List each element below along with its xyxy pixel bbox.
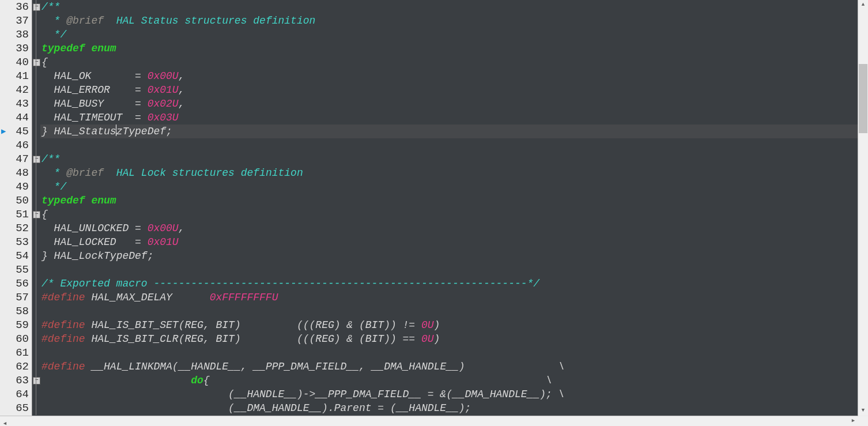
vertical-scroll-thumb[interactable] <box>859 64 867 133</box>
code-line[interactable]: HAL_UNLOCKED = 0x00U, <box>40 221 868 235</box>
scroll-down-button[interactable]: ▼ <box>858 406 868 416</box>
fold-toggle-icon[interactable]: − <box>33 156 40 163</box>
code-line[interactable]: /** <box>40 152 868 166</box>
vertical-scroll-track[interactable] <box>858 10 868 406</box>
line-number: 62 <box>10 360 29 374</box>
text-caret <box>116 125 116 136</box>
code-line[interactable]: { <box>40 208 868 221</box>
code-line[interactable]: (__HANDLE__)->__PPP_DMA_FIELD__ = &(__DM… <box>40 387 868 401</box>
code-line[interactable]: #define HAL_IS_BIT_CLR(REG, BIT) (((REG)… <box>40 332 868 346</box>
scroll-up-button[interactable]: ▲ <box>858 0 868 10</box>
line-number: 42 <box>10 83 29 97</box>
vertical-scrollbar[interactable]: ▲ ▼ <box>858 0 868 416</box>
code-line[interactable]: { <box>40 55 868 69</box>
code-line[interactable]: HAL_BUSY = 0x02U, <box>40 97 868 111</box>
line-number: 50 <box>10 194 29 208</box>
line-number: 53 <box>10 235 29 249</box>
code-line[interactable] <box>40 138 868 152</box>
line-number: 41 <box>10 69 29 83</box>
line-number: 49 <box>10 180 29 194</box>
code-line[interactable]: } HAL_LockTypeDef; <box>40 249 868 263</box>
code-line[interactable]: /** <box>40 0 868 14</box>
line-number: 44 <box>10 111 29 125</box>
fold-toggle-icon[interactable]: − <box>33 377 40 384</box>
marker-gutter: ▶ <box>0 0 10 416</box>
line-number: 56 <box>10 277 29 291</box>
code-line[interactable]: * @brief HAL Status structures definitio… <box>40 14 868 28</box>
code-line[interactable]: typedef enum <box>40 42 868 55</box>
code-line[interactable]: /* Exported macro ----------------------… <box>40 277 868 291</box>
line-number: 47 <box>10 152 29 166</box>
line-number: 46 <box>10 138 29 152</box>
fold-toggle-icon[interactable]: − <box>33 59 40 66</box>
fold-toggle-icon[interactable]: − <box>33 211 40 218</box>
line-number: 59 <box>10 318 29 332</box>
line-number: 60 <box>10 332 29 346</box>
code-line[interactable] <box>40 304 868 318</box>
line-number: 55 <box>10 263 29 277</box>
code-line[interactable]: */ <box>40 180 868 194</box>
line-number: 37 <box>10 14 29 28</box>
line-number: 48 <box>10 166 29 180</box>
fold-gutter: −−−−− <box>32 0 40 416</box>
scrollbar-corner <box>858 416 868 426</box>
code-line[interactable] <box>40 263 868 277</box>
code-line[interactable]: #define HAL_MAX_DELAY 0xFFFFFFFFU <box>40 291 868 304</box>
code-line[interactable]: HAL_OK = 0x00U, <box>40 69 868 83</box>
line-number: 64 <box>10 387 29 401</box>
code-line[interactable]: * @brief HAL Lock structures definition <box>40 166 868 180</box>
code-line[interactable]: typedef enum <box>40 194 868 208</box>
code-line[interactable]: HAL_TIMEOUT = 0x03U <box>40 111 868 125</box>
line-number: 45 <box>10 125 29 138</box>
code-line[interactable]: do{ \ <box>40 374 868 387</box>
scroll-left-button[interactable]: ◀ <box>0 419 10 426</box>
line-number: 39 <box>10 42 29 55</box>
code-line[interactable]: #define HAL_IS_BIT_SET(REG, BIT) (((REG)… <box>40 318 868 332</box>
code-line[interactable] <box>40 346 868 360</box>
line-number: 54 <box>10 249 29 263</box>
line-number: 57 <box>10 291 29 304</box>
line-number: 65 <box>10 401 29 415</box>
code-line[interactable]: (__DMA_HANDLE__).Parent = (__HANDLE__); <box>40 401 868 415</box>
code-text-area[interactable]: /** * @brief HAL Status structures defin… <box>40 0 868 416</box>
code-editor: ▶ 36373839404142434445464748495051525354… <box>0 0 868 416</box>
horizontal-scrollbar[interactable]: ◀ ▶ <box>0 416 858 426</box>
fold-toggle-icon[interactable]: − <box>33 3 40 11</box>
line-number-gutter: 3637383940414243444546474849505152535455… <box>10 0 32 416</box>
line-number: 61 <box>10 346 29 360</box>
line-number: 52 <box>10 221 29 235</box>
code-line[interactable]: HAL_ERROR = 0x01U, <box>40 83 868 97</box>
scroll-right-button[interactable]: ▶ <box>848 416 858 426</box>
code-line[interactable]: } HAL_StatuszTypeDef; <box>40 125 868 138</box>
code-line[interactable]: HAL_LOCKED = 0x01U <box>40 235 868 249</box>
execution-arrow-icon: ▶ <box>1 126 6 136</box>
line-number: 63 <box>10 374 29 387</box>
code-line[interactable]: */ <box>40 28 868 42</box>
code-line[interactable]: #define __HAL_LINKDMA(__HANDLE__, __PPP_… <box>40 360 868 374</box>
line-number: 58 <box>10 304 29 318</box>
line-number: 36 <box>10 0 29 14</box>
line-number: 38 <box>10 28 29 42</box>
line-number: 43 <box>10 97 29 111</box>
line-number: 51 <box>10 208 29 221</box>
line-number: 40 <box>10 55 29 69</box>
